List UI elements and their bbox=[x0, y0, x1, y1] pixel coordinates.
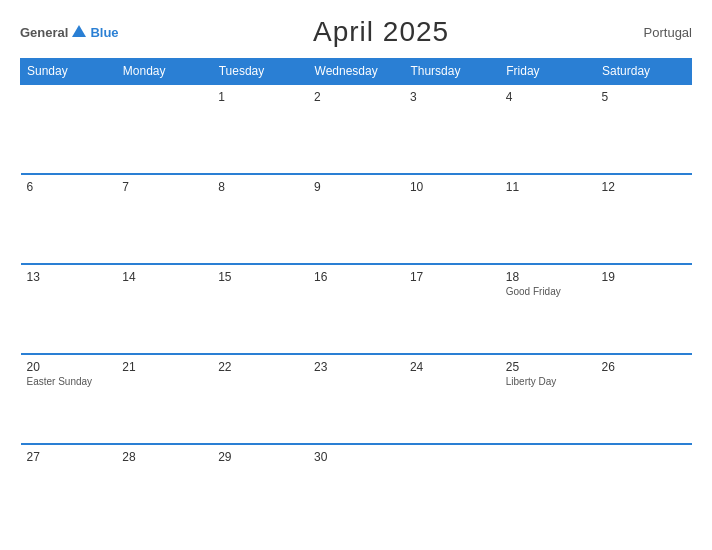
day-number: 22 bbox=[218, 360, 302, 374]
day-number: 21 bbox=[122, 360, 206, 374]
calendar-cell: 24 bbox=[404, 354, 500, 444]
calendar-cell: 5 bbox=[596, 84, 692, 174]
day-number: 1 bbox=[218, 90, 302, 104]
day-number: 26 bbox=[602, 360, 686, 374]
day-number: 14 bbox=[122, 270, 206, 284]
calendar-cell: 21 bbox=[116, 354, 212, 444]
holiday-name: Liberty Day bbox=[506, 376, 590, 387]
calendar-cell: 3 bbox=[404, 84, 500, 174]
day-number: 13 bbox=[27, 270, 111, 284]
day-number: 28 bbox=[122, 450, 206, 464]
calendar-cell bbox=[500, 444, 596, 534]
calendar-week-row: 131415161718Good Friday19 bbox=[21, 264, 692, 354]
calendar-cell: 11 bbox=[500, 174, 596, 264]
calendar-cell: 8 bbox=[212, 174, 308, 264]
country-label: Portugal bbox=[644, 25, 692, 40]
calendar-cell: 1 bbox=[212, 84, 308, 174]
calendar-week-row: 6789101112 bbox=[21, 174, 692, 264]
logo-general: General bbox=[20, 25, 68, 40]
calendar-table: Sunday Monday Tuesday Wednesday Thursday… bbox=[20, 58, 692, 534]
col-thursday: Thursday bbox=[404, 59, 500, 85]
day-number: 11 bbox=[506, 180, 590, 194]
day-number: 9 bbox=[314, 180, 398, 194]
day-number: 17 bbox=[410, 270, 494, 284]
calendar-cell bbox=[21, 84, 117, 174]
calendar-cell: 29 bbox=[212, 444, 308, 534]
col-wednesday: Wednesday bbox=[308, 59, 404, 85]
calendar-cell: 19 bbox=[596, 264, 692, 354]
calendar-cell: 2 bbox=[308, 84, 404, 174]
calendar-cell: 10 bbox=[404, 174, 500, 264]
day-number: 20 bbox=[27, 360, 111, 374]
day-number: 25 bbox=[506, 360, 590, 374]
calendar-cell: 23 bbox=[308, 354, 404, 444]
calendar-cell bbox=[116, 84, 212, 174]
day-number: 19 bbox=[602, 270, 686, 284]
day-number: 8 bbox=[218, 180, 302, 194]
calendar-cell: 17 bbox=[404, 264, 500, 354]
calendar-cell: 4 bbox=[500, 84, 596, 174]
calendar-cell: 18Good Friday bbox=[500, 264, 596, 354]
col-monday: Monday bbox=[116, 59, 212, 85]
day-number: 4 bbox=[506, 90, 590, 104]
calendar-cell bbox=[404, 444, 500, 534]
calendar-cell: 20Easter Sunday bbox=[21, 354, 117, 444]
day-number: 12 bbox=[602, 180, 686, 194]
day-number: 16 bbox=[314, 270, 398, 284]
calendar-cell: 25Liberty Day bbox=[500, 354, 596, 444]
col-friday: Friday bbox=[500, 59, 596, 85]
day-number: 6 bbox=[27, 180, 111, 194]
calendar-cell: 22 bbox=[212, 354, 308, 444]
calendar-cell bbox=[596, 444, 692, 534]
calendar-cell: 6 bbox=[21, 174, 117, 264]
holiday-name: Good Friday bbox=[506, 286, 590, 297]
calendar-cell: 28 bbox=[116, 444, 212, 534]
day-number: 29 bbox=[218, 450, 302, 464]
day-number: 7 bbox=[122, 180, 206, 194]
calendar-cell: 9 bbox=[308, 174, 404, 264]
calendar-week-row: 27282930 bbox=[21, 444, 692, 534]
logo-blue: Blue bbox=[90, 25, 118, 40]
calendar-cell: 14 bbox=[116, 264, 212, 354]
day-number: 3 bbox=[410, 90, 494, 104]
col-tuesday: Tuesday bbox=[212, 59, 308, 85]
day-number: 27 bbox=[27, 450, 111, 464]
calendar-week-row: 20Easter Sunday2122232425Liberty Day26 bbox=[21, 354, 692, 444]
col-saturday: Saturday bbox=[596, 59, 692, 85]
weekday-header-row: Sunday Monday Tuesday Wednesday Thursday… bbox=[21, 59, 692, 85]
day-number: 23 bbox=[314, 360, 398, 374]
calendar-cell: 16 bbox=[308, 264, 404, 354]
calendar-cell: 30 bbox=[308, 444, 404, 534]
calendar-title: April 2025 bbox=[313, 16, 449, 48]
logo-triangle-icon bbox=[72, 25, 86, 37]
calendar-cell: 13 bbox=[21, 264, 117, 354]
holiday-name: Easter Sunday bbox=[27, 376, 111, 387]
day-number: 15 bbox=[218, 270, 302, 284]
day-number: 30 bbox=[314, 450, 398, 464]
col-sunday: Sunday bbox=[21, 59, 117, 85]
calendar-cell: 27 bbox=[21, 444, 117, 534]
page-header: General Blue April 2025 Portugal bbox=[20, 16, 692, 48]
calendar-cell: 15 bbox=[212, 264, 308, 354]
day-number: 2 bbox=[314, 90, 398, 104]
calendar-cell: 12 bbox=[596, 174, 692, 264]
day-number: 5 bbox=[602, 90, 686, 104]
calendar-week-row: 12345 bbox=[21, 84, 692, 174]
day-number: 18 bbox=[506, 270, 590, 284]
calendar-body: 123456789101112131415161718Good Friday19… bbox=[21, 84, 692, 534]
calendar-cell: 7 bbox=[116, 174, 212, 264]
calendar-cell: 26 bbox=[596, 354, 692, 444]
day-number: 24 bbox=[410, 360, 494, 374]
day-number: 10 bbox=[410, 180, 494, 194]
logo: General Blue bbox=[20, 23, 119, 41]
